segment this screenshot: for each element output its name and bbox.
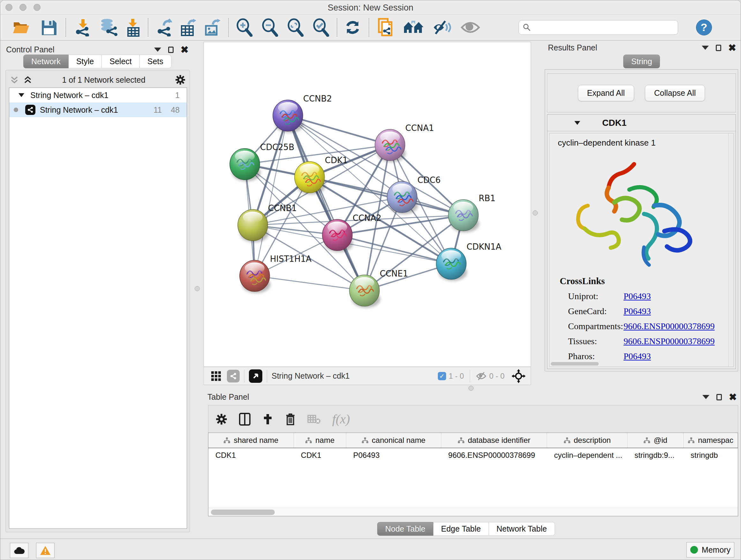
import-network-icon[interactable] — [74, 18, 91, 37]
maximize-panel-icon[interactable] — [716, 45, 721, 51]
eye-icon[interactable] — [461, 18, 480, 37]
crosshair-icon[interactable] — [512, 369, 526, 383]
network-node-CCNB1[interactable]: CCNB1 — [238, 203, 297, 242]
import-table-icon[interactable] — [125, 18, 141, 37]
close-panel-icon[interactable]: ✖ — [728, 45, 736, 51]
tab-sets[interactable]: Sets — [140, 55, 172, 68]
crosslink-value-link[interactable]: 9606.ENSP00000378699 — [623, 321, 715, 331]
table-cell[interactable]: stringdb:9... — [627, 448, 684, 463]
export-network-icon[interactable] — [155, 18, 173, 37]
float-panel-icon[interactable] — [702, 46, 709, 50]
table-cell[interactable]: P06493 — [346, 448, 441, 463]
tab-node-table[interactable]: Node Table — [377, 522, 433, 536]
import-database-icon[interactable] — [98, 18, 118, 37]
search-input[interactable] — [534, 23, 678, 32]
network-node-CCNB2[interactable]: CCNB2 — [273, 94, 332, 133]
table-horizontal-scrollbar[interactable] — [208, 508, 738, 516]
export-table-icon[interactable] — [180, 18, 197, 37]
caret-down-icon[interactable] — [18, 92, 24, 98]
network-edge[interactable] — [255, 116, 288, 276]
houses-icon[interactable] — [403, 18, 424, 37]
zoom-in-icon[interactable] — [235, 18, 253, 37]
table-cell[interactable]: 9606.ENSP00000378699 — [441, 448, 547, 463]
eye-slash-icon[interactable] — [432, 18, 452, 37]
tab-network[interactable]: Network — [23, 55, 69, 68]
network-node-CDK1[interactable]: CDK1 — [294, 155, 348, 194]
network-row-selected[interactable]: String Network – cdk1 11 48 — [9, 103, 187, 117]
network-node-HIST1H1A[interactable]: HIST1H1A — [240, 254, 312, 293]
horizontal-splitter-handle[interactable] — [468, 386, 474, 391]
maximize-panel-icon[interactable] — [168, 47, 174, 53]
grid-view-icon[interactable] — [210, 370, 222, 382]
expand-all-icon[interactable] — [23, 75, 32, 84]
table-gear-icon[interactable] — [215, 413, 227, 425]
tab-network-table[interactable]: Network Table — [489, 522, 555, 536]
vertical-splitter-handle[interactable] — [195, 286, 200, 291]
column-header-name[interactable]: name — [294, 433, 346, 448]
share-view-icon[interactable] — [227, 370, 240, 382]
zoom-selected-icon[interactable] — [312, 18, 330, 37]
crosslink-value-link[interactable]: P06493 — [623, 291, 651, 301]
close-panel-icon[interactable]: ✖ — [729, 394, 737, 400]
column-header-shared-name[interactable]: shared name — [208, 433, 294, 448]
share-document-icon[interactable] — [377, 18, 395, 37]
zoom-fit-icon[interactable] — [286, 18, 304, 37]
show-columns-icon[interactable] — [239, 413, 251, 426]
crosslink-value-link[interactable]: P06493 — [623, 306, 651, 316]
expand-all-button[interactable]: Expand All — [578, 85, 634, 101]
network-edge[interactable] — [255, 276, 364, 291]
column-header-namespac[interactable]: namespac — [684, 433, 738, 448]
column-header-database-identifier[interactable]: database identifier — [441, 433, 547, 448]
network-canvas[interactable]: CCNB2CCNA1CDC25BCDK1CDC6RB1CCNB1CCNA2CDK… — [204, 42, 531, 367]
node-table[interactable]: shared namenamecanonical namedatabase id… — [208, 433, 738, 516]
network-node-CCNE1[interactable]: CCNE1 — [349, 269, 408, 308]
crosslink-value-link[interactable]: P06493 — [623, 351, 651, 361]
results-horizontal-scrollbar[interactable] — [551, 362, 599, 366]
refresh-icon[interactable] — [344, 18, 361, 37]
table-cell[interactable]: stringdb — [684, 448, 738, 463]
tab-style[interactable]: Style — [69, 55, 102, 68]
table-cell[interactable]: cyclin–dependent ... — [547, 448, 627, 463]
results-vertical-scrollbar[interactable] — [728, 133, 733, 367]
collapse-all-button[interactable]: Collapse All — [645, 85, 705, 101]
column-header--id[interactable]: @id — [627, 433, 684, 448]
gear-icon[interactable] — [175, 74, 186, 85]
delete-column-icon[interactable] — [285, 413, 296, 426]
save-floppy-icon[interactable] — [41, 18, 57, 37]
table-cell[interactable]: CDK1 — [208, 448, 294, 463]
network-node-CDKN1A[interactable]: CDKN1A — [436, 242, 501, 281]
memory-button[interactable]: Memory — [686, 542, 734, 557]
column-header-description[interactable]: description — [547, 433, 627, 448]
table-cell[interactable]: CDK1 — [294, 448, 346, 463]
float-panel-icon[interactable] — [702, 395, 710, 399]
export-image-icon[interactable] — [203, 18, 221, 37]
crosslink-value-link[interactable]: 9606.ENSP00000378699 — [623, 336, 715, 347]
zoom-out-icon[interactable] — [261, 18, 279, 37]
gene-detail-scroll[interactable]: cyclin–dependent kinase 1 — [549, 133, 734, 367]
table-row[interactable]: CDK1CDK1P064939606.ENSP00000378699cyclin… — [208, 448, 738, 463]
network-edge[interactable] — [337, 235, 451, 264]
birdseye-view-icon[interactable] — [249, 369, 262, 383]
column-header-canonical-name[interactable]: canonical name — [346, 433, 441, 448]
float-panel-icon[interactable] — [154, 48, 161, 52]
node-label-CDKN1A: CDKN1A — [467, 242, 501, 252]
close-panel-icon[interactable]: ✖ — [181, 47, 189, 53]
cloud-button[interactable] — [10, 543, 28, 558]
tab-edge-table[interactable]: Edge Table — [433, 522, 489, 536]
selected-checkbox-icon[interactable]: ✓ — [438, 372, 446, 380]
hidden-eye-icon[interactable] — [476, 372, 487, 381]
network-collection-row[interactable]: String Network – cdk1 1 — [9, 88, 187, 103]
vertical-splitter-handle[interactable] — [533, 210, 538, 215]
open-folder-icon[interactable] — [12, 18, 30, 37]
add-column-icon[interactable] — [262, 414, 273, 425]
help-icon[interactable]: ? — [696, 19, 712, 36]
collapse-all-icon[interactable] — [10, 75, 19, 84]
tab-select[interactable]: Select — [102, 55, 139, 68]
warning-button[interactable] — [36, 543, 55, 558]
maximize-panel-icon[interactable] — [717, 394, 722, 400]
network-node-CCNA1[interactable]: CCNA1 — [375, 123, 434, 162]
network-edge[interactable] — [288, 116, 390, 145]
collapse-entry-icon[interactable] — [574, 120, 581, 125]
network-node-RB1[interactable]: RB1 — [448, 193, 495, 233]
tab-string[interactable]: String — [623, 55, 660, 68]
